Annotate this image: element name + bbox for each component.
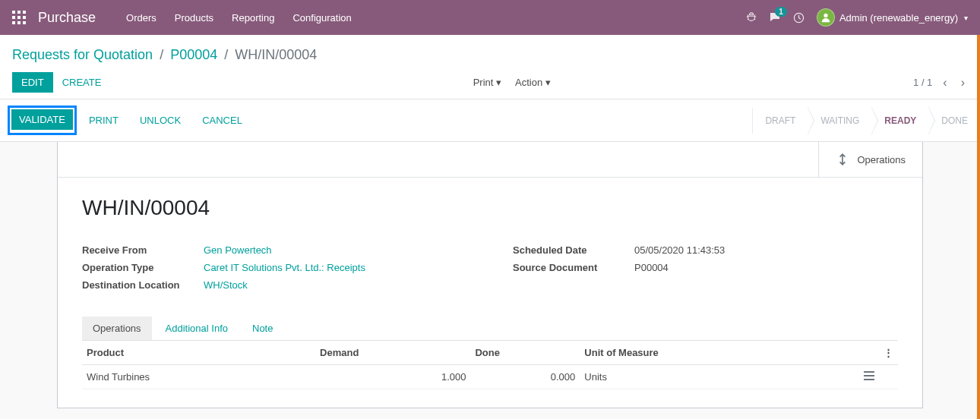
cell-demand: 1.000 (315, 365, 470, 389)
table-row[interactable]: Wind Turbines 1.000 0.000 Units (82, 365, 898, 389)
col-product[interactable]: Product (82, 341, 315, 365)
nav-orders[interactable]: Orders (126, 12, 156, 24)
breadcrumb: Requests for Quotation / P00004 / WH/IN/… (12, 43, 968, 72)
create-button[interactable]: Create (53, 72, 111, 93)
operations-stat-button[interactable]: Operations (818, 142, 922, 178)
tab-note[interactable]: Note (242, 317, 283, 340)
col-demand[interactable]: Demand (315, 341, 470, 365)
nav-configuration[interactable]: Configuration (292, 12, 351, 24)
print-dropdown[interactable]: Print ▾ (473, 77, 501, 88)
svg-rect-12 (864, 375, 874, 376)
chat-count-badge: 1 (775, 7, 787, 17)
edit-button[interactable]: Edit (12, 72, 53, 93)
breadcrumb-p00004[interactable]: P00004 (170, 47, 217, 62)
tab-additional-info[interactable]: Additional Info (155, 317, 239, 340)
bug-icon[interactable] (746, 12, 757, 23)
status-waiting[interactable]: Waiting (808, 108, 871, 134)
nav-reporting[interactable]: Reporting (232, 12, 274, 24)
operation-type-value[interactable]: Caret IT Solutions Pvt. Ltd.: Receipts (204, 262, 365, 273)
nav-products[interactable]: Products (175, 12, 213, 24)
svg-point-10 (824, 14, 827, 17)
pager-text: 1 / 1 (913, 77, 932, 88)
tab-operations[interactable]: Operations (82, 317, 152, 340)
breadcrumb-current: WH/IN/00004 (235, 47, 317, 62)
status-done[interactable]: Done (928, 108, 980, 134)
pager-next[interactable]: › (958, 76, 968, 90)
cell-done: 0.000 (470, 365, 580, 389)
chat-icon[interactable]: 1 (769, 11, 781, 24)
operation-type-label: Operation Type (82, 262, 204, 273)
svg-rect-7 (17, 21, 21, 24)
svg-rect-11 (864, 371, 874, 373)
operations-label: Operations (857, 154, 906, 165)
row-detail-icon[interactable] (849, 365, 879, 389)
caret-down-icon: ▾ (545, 77, 551, 88)
svg-rect-5 (23, 16, 26, 19)
scheduled-date-label: Scheduled Date (513, 244, 634, 256)
clock-icon[interactable] (793, 12, 805, 24)
source-doc-value: P00004 (634, 262, 669, 273)
destination-label: Destination Location (82, 279, 204, 291)
receive-from-value[interactable]: Gen Powertech (204, 244, 272, 256)
svg-rect-3 (12, 16, 15, 19)
print-button[interactable]: Print (80, 110, 128, 131)
svg-rect-1 (17, 11, 21, 14)
status-ready[interactable]: Ready (871, 108, 928, 134)
cancel-button[interactable]: Cancel (193, 110, 251, 131)
svg-rect-8 (23, 21, 26, 24)
receive-from-label: Receive From (82, 244, 204, 256)
pager-prev[interactable]: ‹ (940, 76, 950, 90)
arrows-vertical-icon (836, 153, 849, 166)
unlock-button[interactable]: Unlock (131, 110, 190, 131)
svg-rect-4 (17, 16, 21, 19)
validate-button[interactable]: Validate (11, 109, 73, 131)
caret-down-icon: ▾ (964, 14, 968, 22)
cell-uom: Units (580, 365, 849, 389)
status-draft[interactable]: Draft (752, 108, 808, 134)
scroll-indicator (977, 35, 980, 408)
apps-icon[interactable] (12, 11, 26, 24)
source-doc-label: Source Document (513, 262, 634, 273)
col-options[interactable]: ⋮ (879, 341, 898, 365)
caret-down-icon: ▾ (496, 77, 501, 88)
status-widget: Draft Waiting Ready Done (752, 108, 980, 134)
svg-rect-0 (12, 11, 15, 14)
col-done[interactable]: Done (470, 341, 580, 365)
record-title: WH/IN/00004 (82, 196, 898, 220)
svg-rect-13 (864, 379, 874, 380)
scheduled-date-value: 05/05/2020 11:43:53 (634, 244, 725, 256)
breadcrumb-rfq[interactable]: Requests for Quotation (12, 47, 153, 62)
user-menu[interactable]: Admin (renewable_energy) ▾ (817, 8, 968, 27)
action-dropdown[interactable]: Action ▾ (515, 77, 551, 88)
destination-value[interactable]: WH/Stock (204, 279, 248, 291)
avatar (817, 8, 835, 27)
user-name: Admin (renewable_energy) (839, 12, 958, 24)
app-name[interactable]: Purchase (38, 10, 96, 26)
cell-product: Wind Turbines (82, 365, 315, 389)
svg-rect-6 (12, 21, 15, 24)
col-uom[interactable]: Unit of Measure (580, 341, 849, 365)
svg-rect-2 (23, 11, 26, 14)
